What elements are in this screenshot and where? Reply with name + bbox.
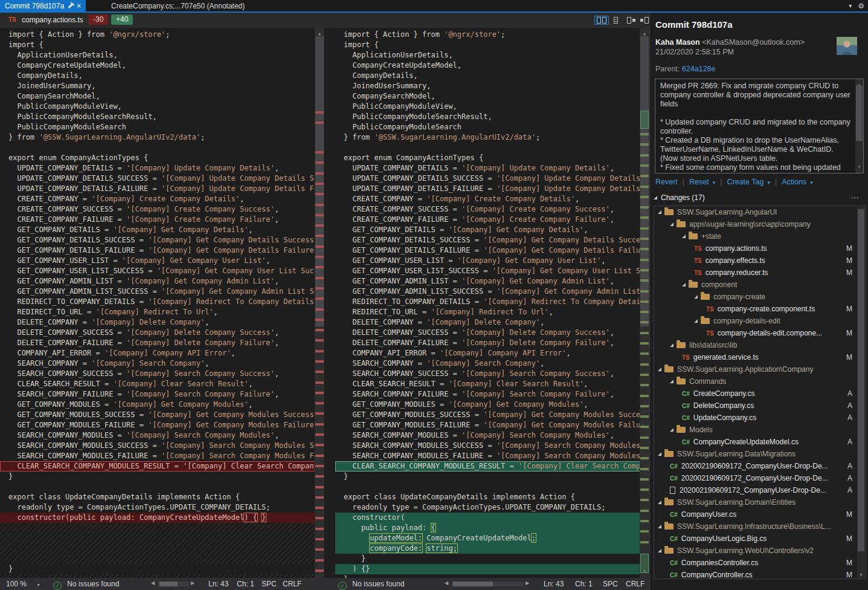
code-line[interactable]: REDIRECT_TO_COMPANY_DETAILS = '[Company]… xyxy=(335,297,649,307)
code-line[interactable]: CompanyDetails, xyxy=(0,71,324,81)
tree-folder-row[interactable]: libs\data\src\lib xyxy=(654,339,866,351)
code-line[interactable]: COMPANY_API_ERROR = '[Company] Company A… xyxy=(0,348,324,358)
expanded-triangle-icon[interactable] xyxy=(658,452,661,456)
code-line[interactable]: DELETE_COMPANY = '[Company] Delete Compa… xyxy=(335,317,649,328)
expanded-triangle-icon[interactable] xyxy=(694,319,698,323)
code-line[interactable]: CREATE_COMPANY = '[Company] Create Compa… xyxy=(0,194,324,204)
tree-folder-row[interactable]: SSW.SugarLearning.Domain\Entities xyxy=(654,496,866,508)
hscroll-right-icon[interactable]: ▶ xyxy=(191,580,194,586)
code-line[interactable]: JoinedUserSummary, xyxy=(0,81,324,91)
code-line[interactable]: CLEAR_SEARCH_COMPANY_MODULES_RESULT = '[… xyxy=(0,461,324,472)
code-line[interactable] xyxy=(0,482,324,492)
tree-folder-row[interactable]: Commands xyxy=(654,375,866,387)
hscroll-right-icon2[interactable]: ▶ xyxy=(526,580,529,586)
tree-file-row[interactable]: TScompany.effects.tsM xyxy=(654,254,866,267)
code-line[interactable]: GET_COMPANY_DETAILS = '[Company] Get Com… xyxy=(335,225,649,235)
code-line[interactable]: CLEAR_SEARCH_RESULT = '[Company] Clear S… xyxy=(335,379,649,389)
code-line[interactable]: companyCode: string; xyxy=(335,543,649,554)
chevron-down-icon[interactable]: ▾ xyxy=(810,180,813,186)
tree-folder-row[interactable]: apps\sugar-learning\src\app\company xyxy=(654,218,866,230)
code-line[interactable]: SEARCH_COMPANY_SUCCESS = '[Company] Sear… xyxy=(335,369,649,379)
actions-link[interactable]: Actions xyxy=(782,178,806,186)
code-line[interactable]: constructor( xyxy=(335,513,649,523)
code-line[interactable]: CLEAR_SEARCH_COMPANY_MODULES_RESULT = '[… xyxy=(335,461,649,472)
tree-file-row[interactable]: TSgenerated.service.tsM xyxy=(654,351,866,363)
tree-folder-row[interactable]: company-create xyxy=(654,291,866,303)
expanded-triangle-icon[interactable] xyxy=(658,525,661,528)
code-line[interactable]: constructor(public payload: CompanyCreat… xyxy=(0,513,324,523)
code-line[interactable]: public payload: { xyxy=(335,523,649,533)
tree-file-row[interactable]: C#UpdateCompany.csA xyxy=(654,412,866,424)
tree-file-row[interactable]: C#CompanyUser.csM xyxy=(654,508,866,520)
code-line[interactable] xyxy=(335,482,649,492)
zoom-level-select[interactable]: 100 % ▾ xyxy=(6,580,39,588)
code-line[interactable]: } xyxy=(0,564,324,574)
code-line[interactable]: ApplicationUserDetails, xyxy=(0,50,324,60)
scrollbar-thumb[interactable] xyxy=(856,85,863,141)
inline-view-icon[interactable] xyxy=(612,15,620,25)
code-line[interactable]: PublicCompanyModuleView, xyxy=(335,102,649,112)
code-line[interactable]: GET_COMPANY_DETAILS_SUCCESS = '[Company]… xyxy=(335,235,649,245)
tree-scrollbar[interactable]: ▼ xyxy=(857,207,865,578)
code-line[interactable]: UPDATE_COMPANY_DETAILS_SUCCESS = '[Compa… xyxy=(0,173,324,184)
code-line[interactable]: updateModel: CompanyCreateUpdateModel; xyxy=(335,533,649,543)
code-line[interactable]: SEARCH_COMPANY = '[Company] Search Compa… xyxy=(335,358,649,369)
hscroll-left-icon[interactable]: ◀ xyxy=(151,580,155,586)
scroll-down-icon[interactable]: ▼ xyxy=(857,572,865,577)
code-line[interactable]: CompanyCreateUpdateModel, xyxy=(0,60,324,71)
diff-pane-old[interactable]: import { Action } from '@ngrx/store';imp… xyxy=(0,28,324,578)
expanded-triangle-icon[interactable] xyxy=(670,380,674,383)
new-pane-hscrollbar[interactable] xyxy=(452,582,523,586)
create-tag-link[interactable]: Create Tag xyxy=(727,178,764,186)
code-line[interactable]: SEARCH_COMPANY_MODULES_FAILURE = '[Compa… xyxy=(0,451,324,461)
tree-file-row[interactable]: C#CompanyUserLogic.Big.csM xyxy=(654,533,866,545)
code-line[interactable]: import { Action } from '@ngrx/store'; xyxy=(0,30,324,40)
code-line[interactable]: export class UpdateCompanyDetails implem… xyxy=(0,492,324,502)
chevron-down-icon[interactable]: ▾ xyxy=(767,180,770,186)
code-line[interactable]: } from '@SSW.SugarLearning.AngularUIv2/d… xyxy=(335,132,649,143)
code-line[interactable]: SEARCH_COMPANY_MODULES = '[Company] Sear… xyxy=(335,430,649,441)
tree-file-row[interactable]: TScompany-details-edit.compone...M xyxy=(654,327,866,339)
expanded-triangle-icon[interactable] xyxy=(670,428,674,432)
code-line[interactable]: CREATE_COMPANY_SUCCESS = '[Company] Crea… xyxy=(0,204,324,215)
code-line[interactable]: UPDATE_COMPANY_DETAILS_FAILURE = '[Compa… xyxy=(0,184,324,194)
old-pane-scrollbar[interactable]: ▲ ▼ xyxy=(315,28,324,578)
code-line[interactable]: import { xyxy=(335,40,649,50)
right-file-view-icon[interactable] xyxy=(638,15,651,25)
code-line[interactable]: CREATE_COMPANY_SUCCESS = '[Company] Crea… xyxy=(335,204,649,215)
expanded-triangle-icon[interactable] xyxy=(682,235,686,238)
code-line[interactable]: ApplicationUserDetails, xyxy=(335,50,649,60)
tree-folder-row[interactable]: SSW.SugarLearning.AngularUI xyxy=(654,206,866,218)
code-line[interactable]: SEARCH_COMPANY_FAILURE = '[Company] Sear… xyxy=(335,389,649,400)
code-line[interactable]: PublicCompanyModuleSearch xyxy=(0,122,324,132)
code-line[interactable]: GET_COMPANY_DETAILS_SUCCESS = '[Company]… xyxy=(0,235,324,245)
code-line[interactable]: SEARCH_COMPANY_MODULES_SUCCESS = '[Compa… xyxy=(0,441,324,451)
code-line[interactable]: GET_COMPANY_MODULES = '[Company] Get Com… xyxy=(0,400,324,410)
code-line[interactable]: CREATE_COMPANY_FAILURE = '[Company] Crea… xyxy=(335,215,649,225)
code-line[interactable]: export enum CompanyActionTypes { xyxy=(0,153,324,163)
expanded-triangle-icon[interactable] xyxy=(682,283,686,287)
old-pane-hscrollbar[interactable] xyxy=(158,582,188,586)
tree-folder-row[interactable]: SSW.SugarLearning.Infrastructure\Busines… xyxy=(654,520,866,533)
code-line[interactable]: SEARCH_COMPANY = '[Company] Search Compa… xyxy=(0,358,324,369)
expanded-triangle-icon[interactable] xyxy=(658,549,661,553)
code-line[interactable]: UPDATE_COMPANY_DETAILS_SUCCESS = '[Compa… xyxy=(335,173,649,184)
tree-file-row[interactable]: C#202002190609172_CompanyUser-Drop-De...… xyxy=(654,472,866,484)
code-line[interactable]: GET_COMPANY_USER_LIST = '[Company] Get C… xyxy=(0,256,324,266)
code-line[interactable]: PublicCompanyModuleSearchResult, xyxy=(0,112,324,122)
code-line[interactable]: CompanySearchModel, xyxy=(0,91,324,102)
tree-file-row[interactable]: TScompany.actions.tsM xyxy=(654,242,866,254)
code-line[interactable]: SEARCH_COMPANY_MODULES_FAILURE = '[Compa… xyxy=(335,451,649,461)
code-line[interactable]: SEARCH_COMPANY_MODULES_SUCCESS = '[Compa… xyxy=(335,441,649,451)
tree-folder-row[interactable]: +state xyxy=(654,230,866,242)
code-line[interactable]: REDIRECT_TO_URL = '[Company] Redirect To… xyxy=(0,307,324,317)
chevron-down-icon[interactable]: ▾ xyxy=(849,2,852,9)
code-line[interactable] xyxy=(0,523,324,533)
code-line[interactable]: GET_COMPANY_USER_LIST = '[Company] Get C… xyxy=(335,256,649,266)
code-line[interactable] xyxy=(0,533,324,543)
code-line[interactable]: CLEAR_SEARCH_RESULT = '[Company] Clear S… xyxy=(0,379,324,389)
code-line[interactable]: PublicCompanyModuleView, xyxy=(0,102,324,112)
code-line[interactable]: DELETE_COMPANY_FAILURE = '[Company] Dele… xyxy=(0,338,324,348)
scrollbar-thumb[interactable] xyxy=(640,36,649,326)
tree-file-row[interactable]: C#CompanyController.csM xyxy=(654,569,866,579)
